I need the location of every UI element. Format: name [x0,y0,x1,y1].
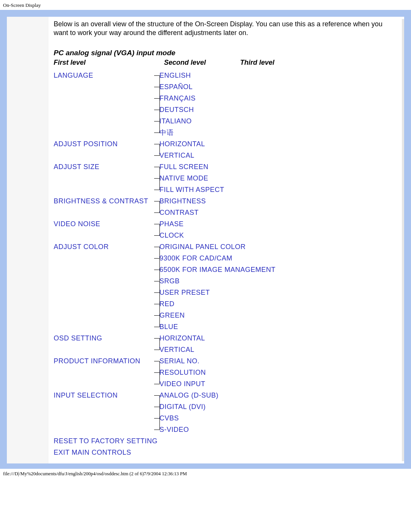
second-level-label: FULL SCREEN [159,163,209,171]
second-level-item: CONTRAST [159,207,206,218]
second-level-label: NATIVE MODE [159,174,208,182]
second-level-list: ENGLISHESPAÑOLFRANÇAISDEUTSCHITALIANO中语 [159,70,196,138]
second-level-label: DEUTSCH [159,106,194,113]
second-level-item: HORIZONTAL [159,332,205,344]
second-level-item: HORIZONTAL [159,138,205,150]
second-level-item: FRANÇAIS [159,93,196,104]
second-level-label: VERTICAL [159,152,194,159]
footer-path: file:///D|/My%20documents/dfu/J/english/… [0,469,411,481]
header-second-level: Second level [164,59,240,67]
second-level-item: DIGITAL (DVI) [159,401,218,412]
first-level-item: ADJUST COLORORIGINAL PANEL COLOR9300K FO… [54,241,396,332]
second-level-label: ANALOG (D-SUB) [159,391,218,399]
first-level-item: LANGUAGEENGLISHESPAÑOLFRANÇAISDEUTSCHITA… [54,70,396,138]
second-level-item: CLOCK [159,230,184,241]
osd-tree: LANGUAGEENGLISHESPAÑOLFRANÇAISDEUTSCHITA… [54,70,396,458]
first-level-item: BRIGHTNESS & CONTRASTBRIGHTNESSCONTRAST [54,195,396,218]
second-level-item: S-VIDEO [159,424,218,435]
second-level-list: ORIGINAL PANEL COLOR9300K FOR CAD/CAM650… [159,241,276,332]
second-level-label: RESOLUTION [159,369,206,376]
first-level-item: ADJUST POSITIONHORIZONTALVERTICAL [54,138,396,161]
second-level-item: FILL WITH ASPECT [159,184,224,195]
first-level-item: VIDEO NOISEPHASECLOCK [54,218,396,241]
second-level-label: FILL WITH ASPECT [159,186,224,193]
second-level-item: VERTICAL [159,150,205,161]
page-title: On-Screen Display [0,0,411,10]
first-level-label: OSD SETTING [54,332,159,344]
second-level-label: CONTRAST [159,209,199,216]
second-level-list: FULL SCREENNATIVE MODEFILL WITH ASPECT [159,161,224,195]
header-third-level: Third level [240,59,274,67]
second-level-list: PHASECLOCK [159,218,184,241]
second-level-item: BRIGHTNESS [159,195,206,207]
second-level-label: ESPAÑOL [159,83,193,91]
second-level-label: FRANÇAIS [159,94,196,102]
second-level-label: ITALIANO [159,117,192,125]
third-level-item: RED [159,298,276,310]
second-level-label: VIDEO INPUT [159,380,206,388]
second-level-label: CLOCK [159,232,184,239]
second-level-list: HORIZONTALVERTICAL [159,332,205,355]
second-level-item: FULL SCREEN [159,161,224,173]
first-level-label: ADJUST COLOR [54,241,159,252]
second-level-label: CVBS [159,414,179,422]
second-level-item: SERIAL NO. [159,355,206,367]
second-level-label: DIGITAL (DVI) [159,403,206,411]
second-level-label: VERTICAL [159,346,194,353]
left-gutter [7,17,48,463]
second-level-item: USER PRESETREDGREENBLUE [159,287,276,332]
second-level-item: 中语 [159,127,196,138]
second-level-item: ORIGINAL PANEL COLOR [159,241,276,252]
second-level-item: sRGB [159,275,276,287]
first-level-label: PRODUCT INFORMATION [54,355,159,367]
first-level-item: ADJUST SIZEFULL SCREENNATIVE MODEFILL WI… [54,161,396,195]
second-level-list: BRIGHTNESSCONTRAST [159,195,206,218]
second-level-item: ESPAÑOL [159,81,196,93]
second-level-label: ORIGINAL PANEL COLOR [159,243,245,251]
mode-title: PC analog signal (VGA) input mode [54,49,396,57]
second-level-label: ENGLISH [159,72,191,79]
third-level-list: REDGREENBLUE [159,298,276,332]
second-level-item: NATIVE MODE [159,173,224,184]
second-level-item: PHASE [159,218,184,230]
first-level-label: INPUT SELECTION [54,390,159,401]
second-level-label: 9300K FOR CAD/CAM [159,254,233,262]
second-level-label: 中语 [159,129,174,136]
third-level-item: BLUE [159,321,276,332]
second-level-label: BRIGHTNESS [159,197,206,205]
second-level-list: ANALOG (D-SUB)DIGITAL (DVI)CVBSS-VIDEO [159,390,218,435]
second-level-label: SERIAL NO. [159,357,199,365]
first-level-item: OSD SETTINGHORIZONTALVERTICAL [54,332,396,355]
third-level-item: GREEN [159,310,276,321]
second-level-item: 9300K FOR CAD/CAM [159,252,276,264]
first-level-item: PRODUCT INFORMATIONSERIAL NO.RESOLUTIONV… [54,355,396,390]
second-level-list: SERIAL NO.RESOLUTIONVIDEO INPUT [159,355,206,390]
first-level-label: BRIGHTNESS & CONTRAST [54,195,159,207]
header-first-level: First level [54,59,164,67]
second-level-item: DEUTSCH [159,104,196,115]
second-level-item: VERTICAL [159,344,205,355]
second-level-list: HORIZONTALVERTICAL [159,138,205,161]
second-level-label: HORIZONTAL [159,334,205,342]
second-level-item: 6500K FOR IMAGE MANAGEMENT [159,264,276,275]
second-level-item: VIDEO INPUT [159,378,206,390]
first-level-item: RESET TO FACTORY SETTING [54,435,396,447]
first-level-label: VIDEO NOISE [54,218,159,230]
outer-frame: Below is an overall view of the structur… [0,10,411,469]
second-level-label: sRGB [159,277,180,285]
intro-text: Below is an overall view of the structur… [54,20,393,37]
second-level-label: USER PRESET [159,289,210,296]
scrollbar[interactable] [402,19,404,461]
first-level-label: ADJUST SIZE [54,161,159,173]
second-level-label: 6500K FOR IMAGE MANAGEMENT [159,266,276,273]
second-level-item: RESOLUTION [159,367,206,378]
first-level-label: EXIT MAIN CONTROLS [54,447,396,458]
second-level-item: CVBS [159,412,218,424]
second-level-item: ENGLISH [159,70,196,81]
second-level-label: PHASE [159,220,184,228]
second-level-item: ANALOG (D-SUB) [159,390,218,401]
first-level-label: LANGUAGE [54,70,159,81]
second-level-item: ITALIANO [159,115,196,127]
second-level-label: HORIZONTAL [159,140,205,148]
content-pane: Below is an overall view of the structur… [48,17,404,463]
